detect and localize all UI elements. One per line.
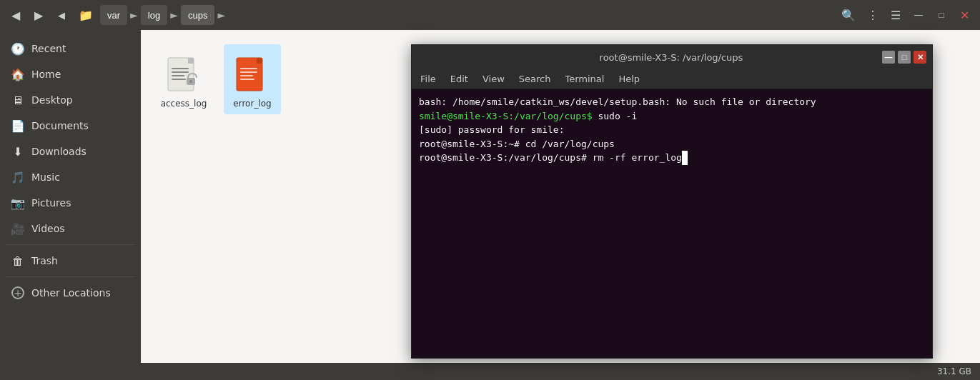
svg-rect-2 (188, 58, 194, 64)
sidebar-label-trash: Trash (31, 255, 58, 266)
terminal-line-3: [sudo] password for smile: (419, 123, 925, 137)
statusbar-text: 31.1 GB (937, 366, 971, 376)
toolbar-right: 🔍 ⋮ ☰ — □ ✕ (837, 5, 974, 25)
terminal-line-4: root@smile-X3-S:~# cd /var/log/cups (419, 137, 925, 151)
trash-icon: 🗑 (11, 254, 24, 267)
svg-rect-6 (172, 79, 186, 80)
breadcrumb-var[interactable]: var (100, 5, 127, 25)
svg-rect-12 (240, 68, 257, 69)
sidebar-label-other: Other Locations (31, 287, 111, 299)
access-log-icon (164, 50, 204, 96)
desktop-icon: 🖥 (11, 94, 24, 106)
file-item-access-log[interactable]: access_log (155, 44, 212, 114)
terminal-menu: File Edit View Search Terminal Help (412, 69, 932, 89)
sidebar-label-downloads: Downloads (31, 146, 86, 157)
svg-rect-11 (257, 58, 262, 64)
svg-point-8 (189, 80, 192, 83)
breadcrumb-sep-2: ► (169, 9, 179, 21)
sidebar-label-recent: Recent (31, 43, 66, 54)
svg-rect-3 (172, 68, 189, 69)
sidebar-divider-2 (6, 276, 135, 277)
sidebar-label-videos: Videos (31, 223, 65, 234)
breadcrumb-cups[interactable]: cups (181, 5, 214, 25)
documents-icon: 📄 (11, 119, 24, 132)
file-label-error-log: error_log (233, 99, 271, 109)
terminal-line-1: bash: /home/smile/catkin_ws/devel/setup.… (419, 95, 925, 109)
error-log-icon (232, 50, 272, 96)
terminal-window: root@smile-X3-S: /var/log/cups — □ ✕ Fil… (411, 44, 933, 359)
terminal-title: root@smile-X3-S: /var/log/cups (460, 52, 882, 63)
up-button[interactable]: ◀ (51, 5, 71, 25)
terminal-maximize-button[interactable]: □ (898, 51, 911, 64)
terminal-line-5: root@smile-X3-S:/var/log/cups# rm -rf er… (419, 151, 925, 165)
search-button[interactable]: 🔍 (837, 5, 860, 25)
svg-rect-13 (240, 71, 257, 73)
sidebar-item-videos[interactable]: 🎥 Videos (0, 216, 141, 241)
sidebar-label-documents: Documents (31, 120, 89, 131)
sidebar-item-documents[interactable]: 📄 Documents (0, 113, 141, 139)
location-icon-button[interactable]: 📁 (74, 5, 97, 25)
terminal-menu-search[interactable]: Search (513, 72, 557, 86)
file-label-access-log: access_log (161, 99, 207, 109)
terminal-minimize-button[interactable]: — (882, 51, 895, 64)
terminal-menu-file[interactable]: File (415, 72, 442, 86)
maximize-button[interactable]: □ (931, 5, 951, 25)
terminal-line-2: smile@smile-X3-S:/var/log/cups$ sudo -i (419, 109, 925, 124)
breadcrumb-sep-1: ► (129, 9, 139, 21)
recent-icon: 🕐 (11, 42, 24, 55)
svg-rect-5 (172, 75, 184, 76)
videos-icon: 🎥 (11, 222, 24, 235)
terminal-titlebar: root@smile-X3-S: /var/log/cups — □ ✕ (412, 45, 932, 69)
forward-button[interactable]: ▶ (29, 5, 49, 25)
sidebar-item-music[interactable]: 🎵 Music (0, 164, 141, 190)
sidebar: 🕐 Recent 🏠 Home 🖥 Desktop 📄 Documents ⬇ … (0, 30, 141, 380)
sidebar-divider (6, 244, 135, 245)
sidebar-item-downloads[interactable]: ⬇ Downloads (0, 139, 141, 164)
view-toggle-button[interactable]: ⋮ (863, 5, 883, 25)
sidebar-item-other-locations[interactable]: + Other Locations (0, 280, 141, 306)
terminal-menu-view[interactable]: View (477, 72, 510, 86)
file-item-error-log[interactable]: error_log (224, 44, 281, 114)
pictures-icon: 📷 (11, 196, 24, 209)
statusbar: 31.1 GB (0, 363, 980, 380)
minimize-button[interactable]: — (909, 5, 929, 25)
terminal-menu-help[interactable]: Help (613, 72, 645, 86)
breadcrumb: var ► log ► cups ► (100, 5, 227, 25)
downloads-icon: ⬇ (11, 145, 24, 158)
sidebar-item-trash[interactable]: 🗑 Trash (0, 248, 141, 274)
svg-rect-14 (240, 75, 253, 76)
svg-rect-15 (240, 79, 254, 80)
menu-button[interactable]: ☰ (886, 5, 906, 25)
sidebar-item-home[interactable]: 🏠 Home (0, 61, 141, 87)
other-locations-icon: + (11, 286, 24, 299)
sidebar-label-home: Home (31, 69, 61, 80)
terminal-body[interactable]: bash: /home/smile/catkin_ws/devel/setup.… (412, 89, 932, 358)
back-button[interactable]: ◀ (6, 5, 26, 25)
music-icon: 🎵 (11, 171, 24, 184)
close-button[interactable]: ✕ (954, 5, 974, 25)
terminal-close-button[interactable]: ✕ (914, 51, 926, 64)
sidebar-item-pictures[interactable]: 📷 Pictures (0, 190, 141, 216)
terminal-menu-terminal[interactable]: Terminal (559, 72, 610, 86)
toolbar: ◀ ▶ ◀ 📁 var ► log ► cups ► 🔍 ⋮ ☰ — □ ✕ (0, 0, 980, 30)
breadcrumb-more: ► (216, 9, 227, 21)
svg-rect-4 (172, 71, 189, 73)
sidebar-label-music: Music (31, 171, 60, 183)
terminal-menu-edit[interactable]: Edit (445, 72, 474, 86)
sidebar-item-recent[interactable]: 🕐 Recent (0, 36, 141, 61)
breadcrumb-log[interactable]: log (141, 5, 167, 25)
terminal-controls: — □ ✕ (882, 51, 926, 64)
terminal-cursor (682, 151, 688, 165)
sidebar-label-pictures: Pictures (31, 197, 71, 209)
sidebar-item-desktop[interactable]: 🖥 Desktop (0, 87, 141, 113)
home-icon: 🏠 (11, 68, 24, 81)
sidebar-label-desktop: Desktop (31, 94, 73, 106)
